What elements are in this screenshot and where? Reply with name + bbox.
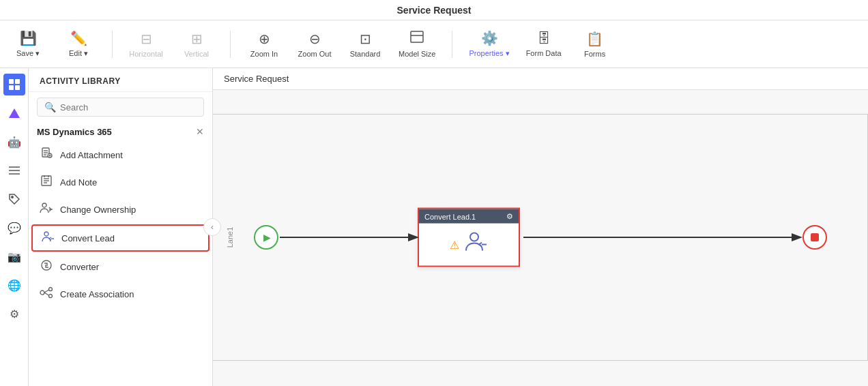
toolbar-zoom-in[interactable]: ⊕ Zoom In bbox=[247, 31, 281, 58]
sidebar-item-create-association[interactable]: Create Association bbox=[29, 280, 212, 308]
convert-lead-node[interactable]: Convert Lead.1 ⚙ ⚠ bbox=[418, 208, 520, 267]
convert-node-body: ⚠ bbox=[419, 224, 519, 266]
toolbar-forms[interactable]: 📋 Forms bbox=[578, 31, 612, 58]
toolbar-vertical: ⊞ Vertical bbox=[179, 31, 214, 58]
convert-node-title: Convert Lead.1 bbox=[424, 212, 476, 220]
svg-line-33 bbox=[44, 290, 49, 293]
search-input[interactable] bbox=[60, 102, 197, 113]
properties-label: Properties ▾ bbox=[469, 49, 509, 58]
sidebar-item-converter[interactable]: Converter bbox=[29, 253, 212, 280]
change-ownership-icon bbox=[40, 202, 53, 217]
svg-rect-2 bbox=[9, 79, 14, 84]
svg-line-34 bbox=[44, 293, 49, 295]
toolbar-standard[interactable]: ⊡ Standard bbox=[348, 31, 382, 58]
toolbar-zoom-out[interactable]: ⊖ Zoom Out bbox=[298, 31, 332, 58]
rail-camera-icon[interactable]: 📷 bbox=[3, 246, 25, 267]
add-note-icon bbox=[40, 175, 53, 190]
toolbar-model-size[interactable]: Model Size bbox=[399, 30, 435, 58]
section-title: MS Dynamics 365 bbox=[37, 127, 112, 137]
toolbar-separator-2 bbox=[230, 31, 231, 58]
sidebar: ACTIVITY LIBRARY 🔍 MS Dynamics 365 ✕ Add… bbox=[29, 68, 213, 386]
rail-robot-icon[interactable]: 🤖 bbox=[3, 131, 25, 153]
add-note-label: Add Note bbox=[60, 177, 201, 188]
sidebar-item-convert-lead[interactable]: Convert Lead bbox=[31, 224, 209, 252]
search-box[interactable]: 🔍 bbox=[37, 98, 204, 117]
svg-point-30 bbox=[40, 291, 44, 295]
toolbar-edit[interactable]: ✏️ Edit ▾ bbox=[61, 30, 96, 58]
toolbar-save[interactable]: 💾 Save ▾ bbox=[11, 30, 45, 58]
person-convert-icon bbox=[463, 232, 488, 258]
left-rail: 🤖 💬 📷 🌐 ⚙ bbox=[0, 68, 29, 386]
rail-tag-icon[interactable] bbox=[3, 188, 25, 210]
warning-icon: ⚠ bbox=[450, 238, 459, 251]
rail-chart-icon[interactable] bbox=[3, 102, 25, 124]
edit-label: Edit ▾ bbox=[69, 49, 88, 58]
save-label: Save ▾ bbox=[16, 49, 40, 58]
svg-rect-3 bbox=[15, 79, 20, 84]
svg-rect-4 bbox=[9, 85, 14, 90]
canvas-area: Service Request Lane1 ▶ Convert Lead.1 ⚙ bbox=[213, 68, 868, 386]
add-attachment-label: Add Attachment bbox=[60, 150, 201, 160]
top-bar: Service Request bbox=[0, 0, 868, 20]
sidebar-item-add-attachment[interactable]: Add Attachment bbox=[29, 141, 212, 168]
convert-lead-icon bbox=[41, 231, 55, 246]
model-size-icon bbox=[409, 30, 424, 47]
vertical-label: Vertical bbox=[184, 50, 209, 58]
svg-marker-6 bbox=[9, 108, 20, 118]
toolbar-separator-1 bbox=[112, 31, 113, 58]
forms-label: Forms bbox=[584, 50, 605, 58]
converter-label: Converter bbox=[60, 262, 201, 272]
toolbar-separator-3 bbox=[452, 31, 452, 58]
canvas-workspace[interactable]: Lane1 ▶ Convert Lead.1 ⚙ ⚠ bbox=[213, 90, 868, 385]
play-icon: ▶ bbox=[263, 232, 271, 243]
lane-border bbox=[213, 114, 868, 361]
svg-point-35 bbox=[470, 233, 478, 241]
toolbar-horizontal: ⊟ Horizontal bbox=[129, 31, 163, 58]
properties-icon: ⚙️ bbox=[481, 30, 498, 46]
rail-chat-icon[interactable]: 💬 bbox=[3, 217, 25, 239]
model-size-label: Model Size bbox=[399, 50, 435, 58]
svg-point-27 bbox=[44, 232, 48, 236]
save-icon: 💾 bbox=[20, 30, 37, 46]
vertical-icon: ⊞ bbox=[191, 31, 203, 47]
svg-point-10 bbox=[11, 196, 12, 198]
rail-world-icon[interactable]: 🌐 bbox=[3, 274, 25, 296]
horizontal-icon: ⊟ bbox=[141, 31, 152, 47]
canvas-title: Service Request bbox=[213, 68, 868, 90]
svg-point-29 bbox=[42, 261, 51, 270]
add-attachment-icon bbox=[40, 147, 53, 162]
sidebar-item-change-ownership[interactable]: Change Ownership bbox=[29, 196, 212, 223]
svg-point-25 bbox=[42, 203, 46, 207]
rail-apps-icon[interactable] bbox=[3, 74, 25, 95]
toolbar-form-data[interactable]: 🗄 Form Data bbox=[526, 31, 562, 57]
form-data-label: Form Data bbox=[526, 49, 562, 57]
sidebar-header: ACTIVITY LIBRARY bbox=[29, 68, 212, 92]
svg-point-31 bbox=[49, 288, 53, 291]
sidebar-item-add-note[interactable]: Add Note bbox=[29, 168, 212, 196]
convert-node-gear-icon[interactable]: ⚙ bbox=[506, 212, 513, 221]
edit-icon: ✏️ bbox=[70, 30, 87, 46]
start-node[interactable]: ▶ bbox=[254, 225, 278, 250]
form-data-icon: 🗄 bbox=[537, 31, 551, 46]
rail-settings-icon[interactable]: ⚙ bbox=[3, 303, 25, 325]
stop-icon bbox=[811, 233, 819, 241]
create-association-icon bbox=[40, 286, 53, 301]
zoom-out-icon: ⊖ bbox=[309, 31, 321, 47]
section-header: MS Dynamics 365 ✕ bbox=[29, 122, 212, 141]
forms-icon: 📋 bbox=[586, 31, 603, 47]
lane-container: Lane1 ▶ Convert Lead.1 ⚙ ⚠ bbox=[213, 90, 868, 385]
standard-icon: ⊡ bbox=[360, 31, 371, 47]
toolbar: 💾 Save ▾ ✏️ Edit ▾ ⊟ Horizontal ⊞ Vertic… bbox=[0, 20, 868, 68]
end-node bbox=[802, 225, 827, 250]
toolbar-properties[interactable]: ⚙️ Properties ▾ bbox=[469, 30, 509, 58]
sidebar-collapse-button[interactable]: ‹ bbox=[203, 218, 221, 236]
converter-icon bbox=[40, 259, 53, 274]
change-ownership-label: Change Ownership bbox=[60, 205, 201, 215]
rail-list-icon[interactable] bbox=[3, 160, 25, 181]
convert-lead-label: Convert Lead bbox=[61, 233, 200, 243]
svg-rect-5 bbox=[15, 85, 20, 90]
standard-label: Standard bbox=[350, 50, 381, 58]
section-close-button[interactable]: ✕ bbox=[196, 126, 204, 137]
app-title: Service Request bbox=[397, 5, 472, 16]
zoom-in-icon: ⊕ bbox=[259, 31, 270, 47]
